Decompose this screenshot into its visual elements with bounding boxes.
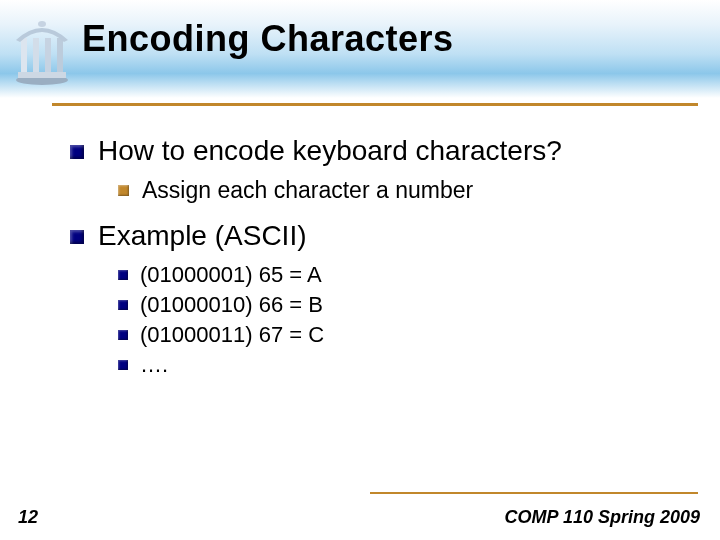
bullet-level3: ….: [118, 352, 690, 378]
svg-point-6: [38, 21, 46, 27]
square-bullet-icon: [118, 185, 129, 196]
bullet-text: (01000011) 67 = C: [140, 322, 324, 348]
svg-rect-2: [21, 38, 27, 72]
bullet-text: ….: [140, 352, 168, 378]
svg-rect-1: [18, 72, 66, 78]
bullet-text: (01000010) 66 = B: [140, 292, 323, 318]
square-bullet-icon: [118, 360, 128, 370]
square-bullet-icon: [118, 300, 128, 310]
bullet-level2: Assign each character a number: [118, 177, 690, 204]
square-bullet-icon: [118, 270, 128, 280]
content-area: How to encode keyboard characters? Assig…: [70, 135, 690, 394]
bullet-text: (01000001) 65 = A: [140, 262, 322, 288]
bullet-level1: Example (ASCII): [70, 220, 690, 252]
slide-title: Encoding Characters: [82, 18, 454, 60]
square-bullet-icon: [118, 330, 128, 340]
svg-rect-5: [45, 38, 51, 72]
logo-old-well: [12, 14, 72, 86]
footer-rule: [370, 492, 698, 494]
square-bullet-icon: [70, 230, 84, 244]
course-label: COMP 110 Spring 2009: [505, 507, 700, 528]
svg-rect-3: [57, 38, 63, 72]
bullet-text: Example (ASCII): [98, 220, 307, 252]
svg-rect-4: [33, 38, 39, 72]
bullet-level1: How to encode keyboard characters?: [70, 135, 690, 167]
bullet-level3: (01000001) 65 = A: [118, 262, 690, 288]
bullet-level3: (01000010) 66 = B: [118, 292, 690, 318]
bullet-text: Assign each character a number: [142, 177, 473, 204]
page-number: 12: [18, 507, 38, 528]
bullet-level3: (01000011) 67 = C: [118, 322, 690, 348]
bullet-text: How to encode keyboard characters?: [98, 135, 562, 167]
square-bullet-icon: [70, 145, 84, 159]
title-underline: [52, 103, 698, 106]
